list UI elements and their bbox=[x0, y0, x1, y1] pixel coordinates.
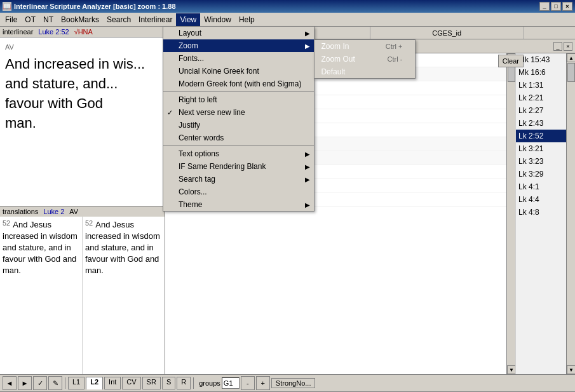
menu-separator bbox=[163, 91, 314, 92]
clear-button[interactable]: Clear bbox=[498, 55, 524, 67]
scroll-track bbox=[507, 62, 515, 365]
submenu-arrow-icon: ▶ bbox=[305, 43, 310, 50]
groups-label: groups bbox=[199, 379, 220, 387]
view-justify[interactable]: Justify bbox=[163, 119, 314, 132]
verse-ref-item[interactable]: Lk 4:8 bbox=[516, 206, 566, 219]
maximize-btn[interactable]: □ bbox=[551, 2, 561, 11]
view-text-options[interactable]: Text options ▶ bbox=[163, 147, 314, 160]
close-btn[interactable]: × bbox=[562, 2, 572, 11]
zoom-default-item[interactable]: Default bbox=[315, 65, 415, 78]
verse-ref-item[interactable]: Lk 4:4 bbox=[516, 193, 566, 206]
interlinear-greek: √HNA bbox=[74, 28, 93, 36]
checkmark-btn[interactable]: ✓ bbox=[33, 376, 47, 390]
view-theme-label: Theme bbox=[179, 200, 202, 209]
view-search-tag-label: Search tag bbox=[179, 175, 215, 184]
pencil-btn[interactable]: ✎ bbox=[48, 376, 62, 390]
zoom-out-shortcut: Ctrl - bbox=[388, 55, 403, 63]
tab-int[interactable]: Int bbox=[104, 377, 121, 389]
verse-ref-item-selected[interactable]: Lk 2:52 bbox=[516, 130, 566, 142]
groups-input[interactable] bbox=[222, 377, 240, 389]
trans-text-2: And Jesus increased in wisdom and statur… bbox=[85, 220, 160, 276]
view-layout[interactable]: ▶ Layout bbox=[163, 27, 314, 39]
verse-ref-item[interactable]: Lk 1:31 bbox=[516, 79, 566, 91]
av-label: AV bbox=[5, 43, 159, 52]
minimize-search-btn[interactable]: _ bbox=[553, 42, 562, 51]
view-search-tag[interactable]: Search tag ▶ bbox=[163, 173, 314, 186]
verse-ref-item[interactable]: Lk 3:29 bbox=[516, 168, 566, 180]
view-fonts-label: Fonts... bbox=[179, 54, 204, 63]
tab-l2[interactable]: L2 bbox=[86, 377, 103, 389]
view-fonts[interactable]: Fonts... bbox=[163, 52, 314, 65]
close-search-btn[interactable]: × bbox=[564, 42, 572, 51]
menu-ot[interactable]: OT bbox=[21, 13, 39, 26]
groups-plus-btn[interactable]: + bbox=[256, 376, 270, 390]
title-bar: 📖 Interlinear Scripture Analyzer [basic]… bbox=[0, 0, 575, 13]
zoom-default-label: Default bbox=[321, 67, 345, 76]
zoom-out-item[interactable]: Zoom Out Ctrl - bbox=[315, 53, 415, 65]
refs-scrollbar[interactable]: ▲ ▼ bbox=[566, 53, 575, 374]
zoom-out-label: Zoom Out bbox=[321, 55, 355, 64]
view-modern-greek-label: Modern Greek font (with end Sigma) bbox=[179, 79, 301, 88]
tab-l1[interactable]: L1 bbox=[68, 377, 85, 389]
submenu-arrow-icon: ▶ bbox=[305, 201, 310, 208]
menu-search[interactable]: Search bbox=[103, 13, 135, 26]
menu-file[interactable]: File bbox=[1, 13, 21, 26]
nav-forward-btn[interactable]: ► bbox=[18, 376, 32, 390]
results-scrollbar[interactable]: ▲ ▼ bbox=[506, 53, 515, 374]
view-same-rendering-label: IF Same Rendering Blank bbox=[179, 162, 266, 171]
zoom-submenu[interactable]: Zoom In Ctrl + Zoom Out Ctrl - Default bbox=[314, 39, 416, 79]
view-theme[interactable]: Theme ▶ bbox=[163, 198, 314, 211]
view-center[interactable]: Center words bbox=[163, 132, 314, 144]
interlinear-header: interlinear Luke 2:52 √HNA bbox=[0, 27, 165, 37]
view-next-verse-label: Next verse new line bbox=[179, 108, 245, 117]
nav-back-btn[interactable]: ◄ bbox=[3, 376, 17, 390]
menu-bookmarks[interactable]: BookMarks bbox=[57, 13, 103, 26]
view-uncial[interactable]: Uncial Koine Greek font bbox=[163, 65, 314, 78]
translations-label: translations bbox=[3, 208, 38, 215]
window-controls: _ □ × bbox=[539, 2, 572, 11]
refs-scroll-thumb[interactable] bbox=[567, 63, 575, 82]
submenu-arrow-icon: ▶ bbox=[305, 30, 310, 37]
view-rtl[interactable]: Right to left bbox=[163, 93, 314, 106]
verse-ref-item[interactable]: Mk 16:6 bbox=[516, 66, 566, 79]
minimize-btn[interactable]: _ bbox=[539, 2, 550, 11]
menu-window[interactable]: Window bbox=[200, 13, 235, 26]
view-modern-greek[interactable]: Modern Greek font (with end Sigma) bbox=[163, 78, 314, 90]
refs-scroll-up[interactable]: ▲ bbox=[567, 53, 575, 62]
verse-ref-item[interactable]: Lk 3:21 bbox=[516, 142, 566, 155]
toolbar-sep-2 bbox=[193, 377, 194, 389]
tab-r[interactable]: R bbox=[177, 377, 191, 389]
view-text-options-label: Text options bbox=[179, 149, 219, 158]
tab-sr[interactable]: SR bbox=[142, 377, 161, 389]
zoom-in-item[interactable]: Zoom In Ctrl + bbox=[315, 40, 415, 53]
verse-ref-item[interactable]: Lk 2:43 bbox=[516, 117, 566, 130]
view-same-rendering[interactable]: IF Same Rendering Blank ▶ bbox=[163, 160, 314, 173]
view-menu-dropdown[interactable]: ▶ Layout ▶ Zoom Zoom In Ctrl + Zoom Out … bbox=[163, 27, 315, 212]
menu-interlinear[interactable]: Interlinear bbox=[135, 13, 176, 26]
refs-scroll-down[interactable]: ▼ bbox=[567, 365, 575, 374]
view-colors-label: Colors... bbox=[179, 187, 207, 196]
interlinear-label: interlinear bbox=[3, 28, 33, 36]
menu-help[interactable]: Help bbox=[235, 13, 259, 26]
view-center-label: Center words bbox=[179, 133, 224, 142]
refs-scroll-track bbox=[567, 62, 575, 365]
menu-view[interactable]: View bbox=[176, 13, 200, 26]
scroll-down-btn[interactable]: ▼ bbox=[507, 365, 516, 374]
groups-minus-btn[interactable]: - bbox=[241, 376, 255, 390]
view-zoom[interactable]: ▶ Zoom Zoom In Ctrl + Zoom Out Ctrl - De… bbox=[163, 39, 314, 52]
verse-ref-item[interactable]: Lk 3:23 bbox=[516, 155, 566, 168]
submenu-arrow-icon: ▶ bbox=[305, 163, 310, 170]
verse-num-1: 52 bbox=[3, 219, 10, 227]
submenu-arrow-icon: ▶ bbox=[305, 176, 310, 183]
verse-ref-item[interactable]: Lk 4:1 bbox=[516, 180, 566, 193]
verse-ref-item[interactable]: Lk 2:27 bbox=[516, 104, 566, 117]
view-next-verse[interactable]: ✓ Next verse new line bbox=[163, 106, 314, 119]
menu-nt[interactable]: NT bbox=[39, 13, 57, 26]
tab-s[interactable]: S bbox=[162, 377, 175, 389]
strongs-btn[interactable]: StrongNo... bbox=[271, 378, 316, 388]
verse-ref-item[interactable]: Lk 2:21 bbox=[516, 91, 566, 104]
menu-separator-2 bbox=[163, 145, 314, 146]
tab-cv[interactable]: CV bbox=[122, 377, 140, 389]
translations-header: translations Luke 2 AV bbox=[0, 206, 165, 217]
view-colors[interactable]: Colors... bbox=[163, 186, 314, 198]
